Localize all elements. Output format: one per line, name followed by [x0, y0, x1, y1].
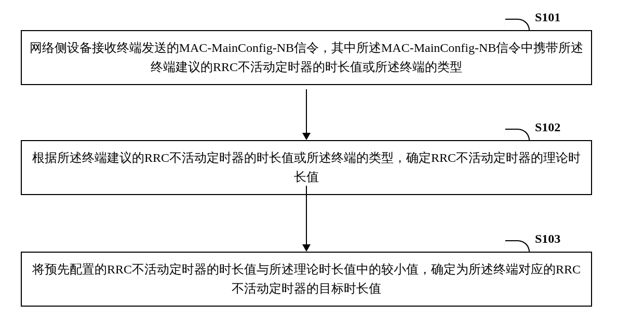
step-id-s102: S102: [535, 120, 560, 134]
arrow-head-icon: [302, 133, 311, 140]
step-id-s101: S101: [535, 10, 560, 24]
arrow-head-icon: [302, 244, 311, 252]
step-text-s102: 根据所述终端建议的RRC不活动定时器的时长值或所述终端的类型，确定RRC不活动定…: [32, 151, 581, 184]
step-text-s103: 将预先配置的RRC不活动定时器的时长值与所述理论时长值中的较小值，确定为所述终端…: [32, 263, 581, 295]
flowchart-stage: S101 网络侧设备接收终端发送的MAC-MainConfig-NB信令，其中所…: [0, 0, 644, 331]
step-text-s101: 网络侧设备接收终端发送的MAC-MainConfig-NB信令，其中所述MAC-…: [30, 41, 584, 74]
step-box-s101: 网络侧设备接收终端发送的MAC-MainConfig-NB信令，其中所述MAC-…: [21, 30, 592, 85]
step-id-s103: S103: [535, 232, 560, 246]
arrow-s101-to-s102: [306, 89, 307, 133]
step-box-s103: 将预先配置的RRC不活动定时器的时长值与所述理论时长值中的较小值，确定为所述终端…: [21, 252, 592, 307]
arrow-s102-to-s103: [306, 186, 307, 244]
